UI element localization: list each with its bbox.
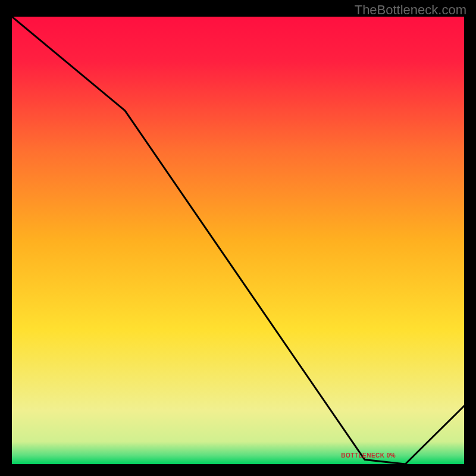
annotation-label: BOTTLENECK 0% — [341, 452, 396, 459]
chart-svg — [12, 17, 464, 464]
chart-background — [12, 17, 464, 464]
chart-container: BOTTLENECK 0% — [12, 17, 464, 464]
watermark-text: TheBottleneck.com — [355, 2, 466, 18]
